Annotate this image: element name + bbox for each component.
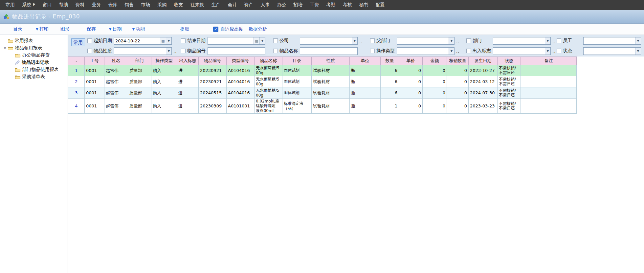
date-input[interactable]: 2024-10-22: [114, 37, 160, 44]
column-header-io-flag[interactable]: 出入标志: [177, 57, 199, 65]
menu-item[interactable]: 常用: [2, 2, 18, 8]
menu-item[interactable]: 窗口: [39, 2, 56, 8]
menu-item[interactable]: 往来款: [187, 2, 208, 8]
column-header-num[interactable]: -: [68, 57, 85, 65]
column-header-date[interactable]: 发生日期: [469, 57, 498, 65]
filter-checkbox[interactable]: [181, 49, 186, 53]
menu-item[interactable]: 系统 F: [18, 2, 39, 8]
menu-item[interactable]: 会计: [224, 2, 241, 8]
text-input-item-name[interactable]: [300, 47, 358, 55]
menu-item[interactable]: 生产: [208, 2, 224, 8]
data-analysis-link[interactable]: 数据分析: [249, 26, 267, 32]
select-field-op-type[interactable]: ▼: [397, 47, 455, 55]
select-field-parent-dept[interactable]: ▼: [397, 37, 455, 45]
menu-item[interactable]: 工资: [306, 2, 323, 8]
column-header-remark[interactable]: 备注: [521, 57, 577, 65]
more-options-button[interactable]: ..: [552, 49, 556, 54]
dropdown-arrow-icon[interactable]: ▼: [259, 37, 265, 44]
filter-checkbox[interactable]: [87, 49, 92, 53]
sidebar-item-common-reports[interactable]: 常用报表: [0, 37, 68, 44]
menu-item[interactable]: 考核: [339, 2, 356, 8]
column-header-nature[interactable]: 性质: [312, 57, 350, 65]
row-number[interactable]: 4: [68, 99, 85, 114]
column-header-emp-no[interactable]: 工号: [85, 57, 104, 65]
toolbar-button-graph[interactable]: 图形: [60, 26, 70, 32]
column-header-item-name[interactable]: 物品名称: [255, 57, 282, 65]
filter-checkbox[interactable]: [370, 49, 375, 53]
column-header-item-no[interactable]: 物品编号: [199, 57, 227, 65]
menu-item[interactable]: 招培: [290, 2, 306, 8]
column-header-type-no[interactable]: 类型编号: [227, 57, 255, 65]
menu-item[interactable]: 人事: [257, 2, 274, 8]
filter-checkbox[interactable]: [273, 38, 278, 43]
row-number[interactable]: 2: [68, 76, 85, 87]
more-options-button[interactable]: ..: [173, 49, 177, 54]
select-field-status[interactable]: ▼: [583, 47, 641, 55]
menu-item[interactable]: 销售: [121, 2, 138, 8]
sidebar-item-item-inout-records[interactable]: 物品进出记录: [0, 59, 68, 66]
row-number[interactable]: 3: [68, 87, 85, 99]
more-options-button[interactable]: ..: [552, 38, 556, 43]
filter-checkbox[interactable]: [466, 38, 471, 43]
column-header-dept[interactable]: 部门: [128, 57, 151, 65]
more-options-button[interactable]: ..: [359, 38, 363, 43]
sidebar-item-item-requisition-reports[interactable]: ∨物品领用报表: [0, 44, 68, 52]
filter-checkbox[interactable]: [557, 49, 561, 53]
menu-item[interactable]: 办公: [274, 2, 290, 8]
column-header-name[interactable]: 姓名: [104, 57, 128, 65]
menu-item[interactable]: 帮助: [56, 2, 72, 8]
menu-item[interactable]: 市场: [138, 2, 154, 8]
column-header-unit[interactable]: 单位: [350, 57, 381, 65]
menu-item[interactable]: 业务: [88, 2, 105, 8]
more-options-button[interactable]: ..: [456, 49, 459, 54]
column-header-category[interactable]: 目录: [282, 57, 312, 65]
column-header-status[interactable]: 状态: [498, 57, 521, 65]
select-field-employee[interactable]: ▼: [583, 37, 641, 45]
more-options-button[interactable]: ..: [456, 38, 459, 43]
menu-item[interactable]: 考勤: [323, 2, 339, 8]
toolbar-button-date[interactable]: ▼日期: [109, 26, 122, 32]
menu-item[interactable]: 资产: [241, 2, 257, 8]
table-row[interactable]: 10001赵雪伟质量部购入进20230921A0104016无水葡萄糖/500g…: [68, 65, 577, 76]
select-field-company[interactable]: ▼: [300, 37, 358, 45]
menu-item[interactable]: 资料: [72, 2, 88, 8]
toolbar-button-function[interactable]: ▼功能: [132, 26, 145, 32]
calendar-icon[interactable]: ▦: [254, 37, 259, 44]
autofit-height-toggle[interactable]: ✓自适应高度: [213, 26, 243, 32]
filter-checkbox[interactable]: [181, 38, 186, 43]
table-row[interactable]: 20001赵雪伟质量部购入进20230921A0104016无水葡萄糖/500g…: [68, 76, 577, 87]
column-header-writeoff-qty[interactable]: 核销数量: [447, 57, 469, 65]
select-field-item-nature[interactable]: ▼: [114, 47, 172, 55]
menu-item[interactable]: 采购: [154, 2, 170, 8]
filter-checkbox[interactable]: [466, 49, 471, 53]
filter-checkbox[interactable]: [557, 38, 561, 43]
menu-item[interactable]: 配置: [372, 2, 389, 8]
filter-checkbox[interactable]: [87, 38, 92, 43]
menu-item[interactable]: 仓库: [105, 2, 121, 8]
toolbar-button-save[interactable]: 保存: [87, 26, 96, 32]
toolbar-button-catalog[interactable]: 目录: [13, 26, 22, 32]
favorites-button[interactable]: 常用: [71, 38, 85, 46]
date-input[interactable]: [208, 37, 254, 44]
column-header-qty[interactable]: 数量: [381, 57, 399, 65]
text-input-item-no[interactable]: [208, 47, 265, 55]
toolbar-button-print[interactable]: ▼打印: [36, 26, 49, 32]
sidebar-item-dept-item-usage-report[interactable]: 部门物品使用报表: [0, 66, 68, 73]
sidebar-item-office-item-stock[interactable]: 办公物品存货: [0, 52, 68, 59]
toolbar-button-extract[interactable]: 提取: [180, 26, 189, 32]
filter-checkbox[interactable]: [273, 49, 278, 53]
column-header-price[interactable]: 单价: [399, 57, 423, 65]
table-row[interactable]: 40001赵雪伟质量部购入进20230309A01010010.02mol\L高…: [68, 99, 577, 114]
row-number[interactable]: 1: [68, 65, 85, 76]
filter-checkbox[interactable]: [370, 38, 375, 43]
column-header-op-type[interactable]: 操作类型: [151, 57, 177, 65]
select-field-dept[interactable]: ▼: [493, 37, 551, 45]
dropdown-arrow-icon[interactable]: ▼: [166, 37, 171, 44]
column-header-amount[interactable]: 金额: [423, 57, 447, 65]
menu-item[interactable]: 秘书: [356, 2, 372, 8]
menu-item[interactable]: 收支: [170, 2, 187, 8]
collapse-icon[interactable]: ∨: [2, 46, 8, 50]
calendar-icon[interactable]: ▦: [160, 37, 166, 44]
sidebar-item-purchase-list[interactable]: 采购清单表: [0, 73, 68, 80]
select-field-io-flag[interactable]: ▼: [493, 47, 551, 55]
